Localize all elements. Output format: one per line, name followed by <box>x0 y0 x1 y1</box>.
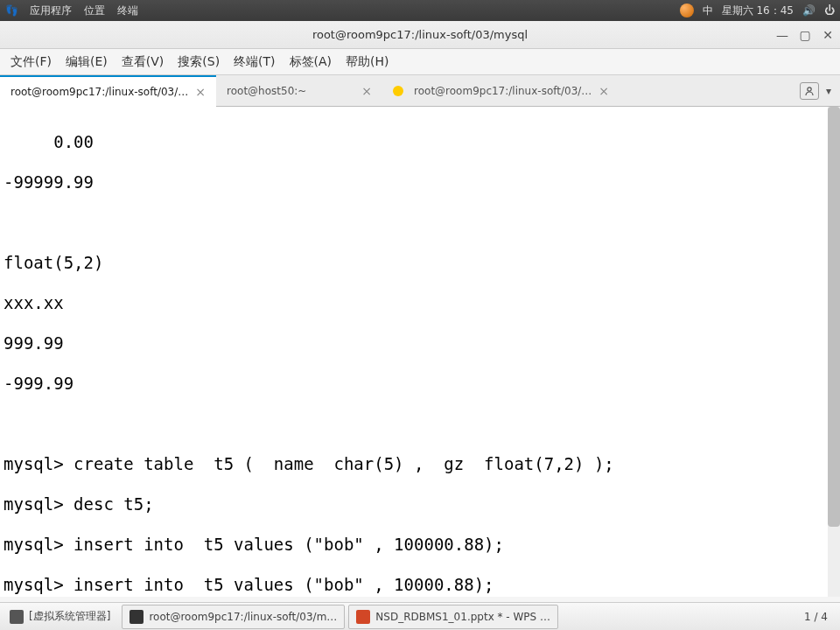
svg-point-0 <box>808 87 811 90</box>
menu-view[interactable]: 查看(V) <box>116 52 170 73</box>
tab-1-close-icon[interactable]: × <box>361 84 372 98</box>
menu-search[interactable]: 搜索(S) <box>172 52 225 73</box>
taskbar: [虚拟系统管理器] root@room9pc17:/linux-soft/03/… <box>0 602 840 630</box>
tab-0[interactable]: root@room9pc17:/linux-soft/03/… × <box>0 75 216 107</box>
terminal-viewport[interactable]: 0.00 -99999.99 float(5,2) xxx.xx 999.99 … <box>0 107 840 597</box>
window-title: root@room9pc17:/linux-soft/03/mysql <box>312 28 528 41</box>
scrollbar[interactable] <box>828 107 840 597</box>
minimize-button[interactable]: — <box>775 28 789 42</box>
app-menubar: 文件(F) 编辑(E) 查看(V) 搜索(S) 终端(T) 标签(A) 帮助(H… <box>0 49 840 75</box>
menu-edit[interactable]: 编辑(E) <box>60 52 113 73</box>
taskbar-wps-label: NSD_RDBMS1_01.pptx * - WPS … <box>375 611 550 623</box>
menu-help[interactable]: 帮助(H) <box>340 52 394 73</box>
menu-file[interactable]: 文件(F) <box>5 52 57 73</box>
line: xxx.xx <box>4 293 64 312</box>
line: 999.99 <box>4 333 64 353</box>
line: 0.00 <box>4 132 94 151</box>
taskbar-terminal[interactable]: root@room9pc17:/linux-soft/03/m… <box>122 605 345 629</box>
tab-2-close-icon[interactable]: × <box>598 84 609 98</box>
page-indicator: 1 / 4 <box>804 611 840 623</box>
tab-0-label: root@room9pc17:/linux-soft/03/… <box>10 86 188 98</box>
menu-tabs[interactable]: 标签(A) <box>284 52 338 73</box>
power-icon[interactable]: ⏻ <box>824 4 835 17</box>
tab-1-label: root@host50:~ <box>227 85 306 97</box>
scrollbar-thumb[interactable] <box>828 107 840 527</box>
user-avatar-icon[interactable] <box>680 4 694 18</box>
menu-terminal-app[interactable]: 终端(T) <box>228 52 280 73</box>
line: mysql> insert into t5 values ("bob" , 10… <box>4 575 494 594</box>
taskbar-vmm[interactable]: [虚拟系统管理器] <box>2 605 118 629</box>
clock[interactable]: 星期六 16：45 <box>722 4 794 18</box>
line: mysql> desc t5; <box>4 494 154 514</box>
terminal-tabbar: root@room9pc17:/linux-soft/03/… × root@h… <box>0 75 840 107</box>
ime-indicator[interactable]: 中 <box>703 4 713 18</box>
line: float(5,2) <box>4 253 103 272</box>
profile-button[interactable] <box>800 82 819 100</box>
line: mysql> insert into t5 values ("bob" , 10… <box>4 535 504 554</box>
close-button[interactable]: ✕ <box>821 28 835 42</box>
taskbar-vmm-label: [虚拟系统管理器] <box>29 609 110 624</box>
taskbar-terminal-label: root@room9pc17:/linux-soft/03/m… <box>149 611 337 623</box>
tab-0-close-icon[interactable]: × <box>195 85 206 99</box>
maximize-button[interactable]: ▢ <box>798 28 812 42</box>
tab-2[interactable]: root@room9pc17:/linux-soft/03/… × <box>382 75 620 107</box>
line: -99999.99 <box>4 172 94 192</box>
tab-menu-chevron-icon[interactable]: ▾ <box>826 85 831 97</box>
menu-terminal[interactable]: 终端 <box>117 4 138 18</box>
gnome-topbar: 👣 应用程序 位置 终端 中 星期六 16：45 🔊 ⏻ <box>0 0 840 21</box>
bulb-icon <box>393 86 403 96</box>
window-titlebar: root@room9pc17:/linux-soft/03/mysql — ▢ … <box>0 21 840 49</box>
presentation-icon <box>356 610 370 624</box>
line: mysql> create table t5 ( name char(5) , … <box>4 454 614 473</box>
tab-2-label: root@room9pc17:/linux-soft/03/… <box>414 85 592 97</box>
line: -999.99 <box>4 374 74 393</box>
activities-icon[interactable]: 👣 <box>5 4 18 17</box>
tab-1[interactable]: root@host50:~ × <box>216 75 382 107</box>
sound-icon[interactable]: 🔊 <box>802 4 816 17</box>
menu-applications[interactable]: 应用程序 <box>30 4 72 18</box>
terminal-icon <box>130 610 144 624</box>
monitor-icon <box>10 610 24 624</box>
menu-places[interactable]: 位置 <box>84 4 105 18</box>
taskbar-wps[interactable]: NSD_RDBMS1_01.pptx * - WPS … <box>348 605 558 629</box>
